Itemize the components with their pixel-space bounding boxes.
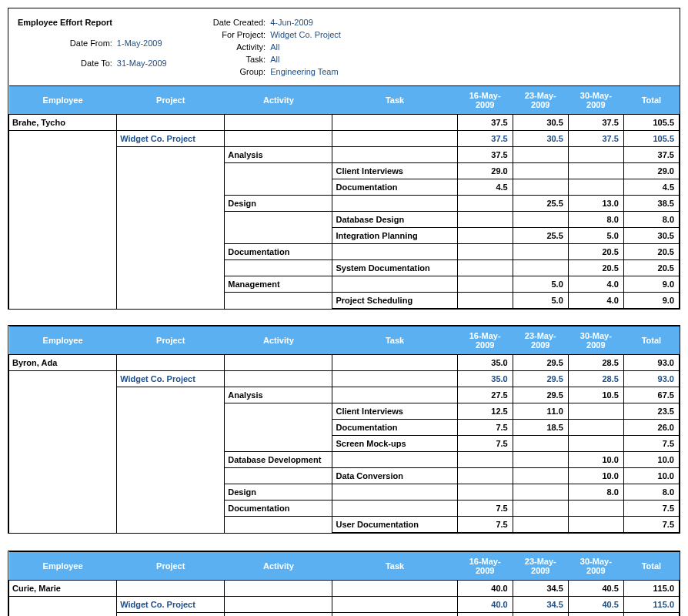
- cell: 10.0: [623, 468, 679, 484]
- cell: Database Development: [225, 452, 332, 468]
- cell: [9, 244, 117, 260]
- cell: [332, 597, 457, 613]
- cell: [225, 420, 332, 436]
- table-row: Design8.08.0: [9, 484, 680, 500]
- cell: [568, 613, 623, 617]
- cell: 23.5: [623, 403, 679, 420]
- cell: 18.5: [513, 420, 568, 436]
- cell: [9, 179, 117, 196]
- cell: [513, 468, 568, 484]
- cell: 40.0: [457, 597, 513, 613]
- cell: [9, 403, 117, 420]
- cell: [513, 500, 568, 517]
- cell: [225, 436, 332, 452]
- cell: [457, 212, 513, 228]
- for-project-label: For Project:: [213, 30, 266, 39]
- cell: 40.0: [457, 581, 513, 597]
- cell: [117, 355, 225, 371]
- cell: 25.5: [513, 196, 568, 212]
- table-row: Design25.513.038.5: [9, 196, 680, 212]
- col-header: 30-May-2009: [568, 86, 623, 115]
- effort-table-0: EmployeeProjectActivityTask16-May-200923…: [8, 85, 680, 309]
- cell: [225, 581, 332, 597]
- cell: [332, 452, 457, 468]
- col-header: Total: [623, 552, 679, 581]
- cell: Byron, Ada: [9, 355, 117, 371]
- table-row: Management5.04.09.0: [9, 276, 680, 293]
- cell: [513, 517, 568, 533]
- cell: [457, 228, 513, 244]
- cell: 105.5: [623, 131, 679, 147]
- cell: [513, 436, 568, 452]
- cell: Analysis: [225, 147, 332, 163]
- cell: 5.0: [568, 228, 623, 244]
- cell: [117, 452, 225, 468]
- cell: [457, 260, 513, 276]
- cell: Widget Co. Project: [117, 597, 225, 613]
- table-row: Curie, Marie40.034.540.5115.0: [9, 581, 680, 597]
- cell: 5.0: [513, 293, 568, 309]
- cell: [568, 147, 623, 163]
- cell: [9, 613, 117, 617]
- cell: 7.5: [457, 500, 513, 517]
- cell: [568, 500, 623, 517]
- col-header: 30-May-2009: [568, 326, 623, 355]
- cell: [117, 387, 225, 403]
- cell: 40.5: [568, 581, 623, 597]
- cell: [513, 484, 568, 500]
- cell: [117, 276, 225, 293]
- col-header: Employee: [9, 326, 117, 355]
- cell: [332, 244, 457, 260]
- table-row: Analysis12.012.0: [9, 613, 680, 617]
- cell: Client Interviews: [332, 403, 457, 420]
- cell: [117, 613, 225, 617]
- cell: [117, 468, 225, 484]
- table-row: Screen Mock-ups7.57.5: [9, 436, 680, 452]
- cell: 30.5: [513, 131, 568, 147]
- cell: User Documentation: [332, 517, 457, 533]
- report-section-2: EmployeeProjectActivityTask16-May-200923…: [8, 551, 680, 616]
- table-row: Widget Co. Project35.029.528.593.0: [9, 371, 680, 387]
- cell: 4.0: [568, 276, 623, 293]
- cell: Data Conversion: [332, 468, 457, 484]
- table-row: Documentation7.57.5: [9, 500, 680, 517]
- cell: Management: [225, 276, 332, 293]
- cell: 93.0: [623, 371, 679, 387]
- cell: [9, 293, 117, 309]
- cell: 29.5: [513, 387, 568, 403]
- cell: 37.5: [457, 147, 513, 163]
- cell: [9, 212, 117, 228]
- table-row: Documentation7.518.526.0: [9, 420, 680, 436]
- group-value: Engineering Team: [270, 67, 341, 76]
- col-header: Project: [117, 552, 225, 581]
- table-row: System Documentation20.520.5: [9, 260, 680, 276]
- cell: 8.0: [623, 212, 679, 228]
- cell: [117, 228, 225, 244]
- cell: 105.5: [623, 115, 679, 131]
- col-header: Total: [623, 86, 679, 115]
- cell: 30.5: [513, 115, 568, 131]
- col-header: Task: [332, 552, 457, 581]
- cell: 30.5: [623, 228, 679, 244]
- table-row: Widget Co. Project37.530.537.5105.5: [9, 131, 680, 147]
- col-header: 23-May-2009: [513, 326, 568, 355]
- cell: Design: [225, 484, 332, 500]
- col-header: 16-May-2009: [457, 552, 513, 581]
- cell: [117, 179, 225, 196]
- date-from-value: 1-May-2009: [117, 38, 167, 48]
- cell: Documentation: [332, 179, 457, 196]
- cell: [332, 115, 457, 131]
- col-header: Project: [117, 86, 225, 115]
- cell: [332, 355, 457, 371]
- cell: 38.5: [623, 196, 679, 212]
- col-header: Activity: [225, 326, 332, 355]
- col-header: Project: [117, 326, 225, 355]
- cell: [117, 484, 225, 500]
- cell: 29.0: [457, 163, 513, 179]
- report-section-0: Employee Effort Report Date From: 1-May-…: [8, 8, 680, 310]
- date-to-label: Date To:: [18, 59, 112, 68]
- cell: Widget Co. Project: [117, 371, 225, 387]
- task-value: All: [270, 55, 341, 64]
- table-row: Analysis37.537.5: [9, 147, 680, 163]
- cell: [9, 387, 117, 403]
